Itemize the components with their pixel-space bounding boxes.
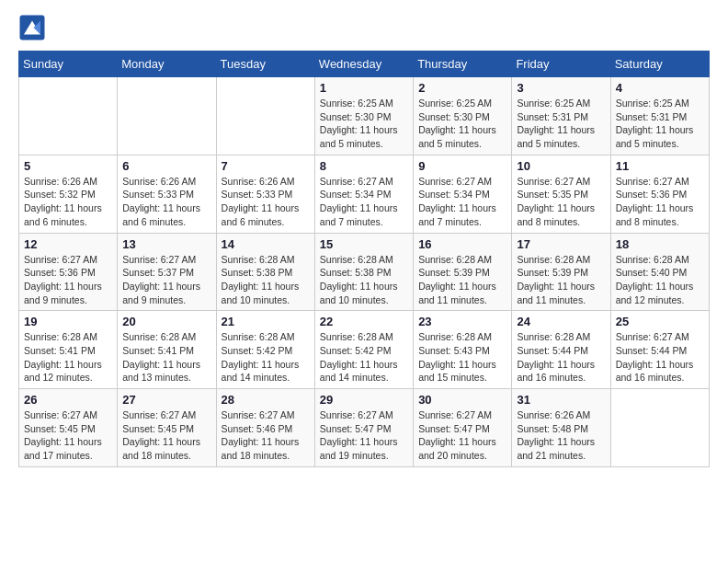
- weekday-header-tuesday: Tuesday: [216, 52, 314, 77]
- calendar-cell: [118, 77, 216, 155]
- calendar-cell: 9Sunrise: 6:27 AMSunset: 5:34 PMDaylight…: [414, 155, 512, 233]
- calendar-cell: 10Sunrise: 6:27 AMSunset: 5:35 PMDayligh…: [512, 155, 610, 233]
- calendar-cell: 30Sunrise: 6:27 AMSunset: 5:47 PMDayligh…: [414, 389, 512, 467]
- cell-info: Sunrise: 6:27 AMSunset: 5:47 PMDaylight:…: [320, 408, 408, 463]
- weekday-header-wednesday: Wednesday: [314, 52, 413, 77]
- day-number: 20: [122, 315, 210, 328]
- day-number: 6: [122, 159, 210, 173]
- logo-icon: [18, 14, 46, 41]
- day-number: 23: [418, 315, 506, 328]
- day-number: 17: [517, 237, 605, 251]
- calendar-cell: 26Sunrise: 6:27 AMSunset: 5:45 PMDayligh…: [19, 389, 118, 467]
- calendar-table: SundayMondayTuesdayWednesdayThursdayFrid…: [18, 51, 710, 467]
- day-number: 7: [222, 159, 310, 173]
- day-number: 10: [517, 159, 605, 173]
- weekday-header-sunday: Sunday: [19, 52, 118, 77]
- weekday-header-friday: Friday: [512, 52, 610, 77]
- day-number: 2: [418, 81, 506, 95]
- day-number: 19: [24, 315, 112, 328]
- calendar-cell: 2Sunrise: 6:25 AMSunset: 5:30 PMDaylight…: [414, 77, 512, 155]
- day-number: 24: [517, 315, 605, 328]
- cell-info: Sunrise: 6:28 AMSunset: 5:38 PMDaylight:…: [222, 253, 310, 307]
- calendar-cell: 29Sunrise: 6:27 AMSunset: 5:47 PMDayligh…: [314, 389, 413, 467]
- calendar-cell: 23Sunrise: 6:28 AMSunset: 5:43 PMDayligh…: [414, 311, 512, 389]
- cell-info: Sunrise: 6:27 AMSunset: 5:45 PMDaylight:…: [24, 408, 112, 463]
- day-number: 29: [320, 393, 408, 407]
- cell-info: Sunrise: 6:28 AMSunset: 5:41 PMDaylight:…: [122, 330, 210, 385]
- cell-info: Sunrise: 6:28 AMSunset: 5:39 PMDaylight:…: [517, 253, 605, 307]
- weekday-header-monday: Monday: [118, 52, 216, 77]
- calendar-cell: 8Sunrise: 6:27 AMSunset: 5:34 PMDaylight…: [314, 155, 413, 233]
- calendar-cell: 24Sunrise: 6:28 AMSunset: 5:44 PMDayligh…: [512, 311, 610, 389]
- cell-info: Sunrise: 6:25 AMSunset: 5:31 PMDaylight:…: [616, 97, 704, 151]
- cell-info: Sunrise: 6:25 AMSunset: 5:30 PMDaylight:…: [418, 97, 506, 151]
- calendar-cell: 20Sunrise: 6:28 AMSunset: 5:41 PMDayligh…: [118, 311, 216, 389]
- cell-info: Sunrise: 6:26 AMSunset: 5:32 PMDaylight:…: [24, 175, 112, 229]
- day-number: 14: [222, 237, 310, 251]
- cell-info: Sunrise: 6:27 AMSunset: 5:36 PMDaylight:…: [24, 253, 112, 307]
- cell-info: Sunrise: 6:27 AMSunset: 5:45 PMDaylight:…: [122, 408, 210, 463]
- cell-info: Sunrise: 6:27 AMSunset: 5:35 PMDaylight:…: [517, 175, 605, 229]
- day-number: 8: [320, 159, 408, 173]
- calendar-cell: 5Sunrise: 6:26 AMSunset: 5:32 PMDaylight…: [19, 155, 118, 233]
- cell-info: Sunrise: 6:27 AMSunset: 5:34 PMDaylight:…: [320, 175, 408, 229]
- day-number: 13: [122, 237, 210, 251]
- calendar-cell: 14Sunrise: 6:28 AMSunset: 5:38 PMDayligh…: [216, 233, 314, 311]
- cell-info: Sunrise: 6:28 AMSunset: 5:44 PMDaylight:…: [517, 330, 605, 385]
- calendar-cell: 17Sunrise: 6:28 AMSunset: 5:39 PMDayligh…: [512, 233, 610, 311]
- day-number: 5: [24, 159, 112, 173]
- cell-info: Sunrise: 6:25 AMSunset: 5:31 PMDaylight:…: [517, 97, 605, 151]
- day-number: 16: [418, 237, 506, 251]
- logo: [18, 14, 50, 41]
- calendar-cell: 18Sunrise: 6:28 AMSunset: 5:40 PMDayligh…: [610, 233, 709, 311]
- calendar-week-5: 26Sunrise: 6:27 AMSunset: 5:45 PMDayligh…: [19, 389, 710, 467]
- cell-info: Sunrise: 6:28 AMSunset: 5:40 PMDaylight:…: [616, 253, 704, 307]
- day-number: 26: [24, 393, 112, 407]
- calendar-cell: 3Sunrise: 6:25 AMSunset: 5:31 PMDaylight…: [512, 77, 610, 155]
- day-number: 25: [616, 315, 704, 328]
- cell-info: Sunrise: 6:27 AMSunset: 5:36 PMDaylight:…: [616, 175, 704, 229]
- weekday-header-saturday: Saturday: [610, 52, 709, 77]
- calendar-cell: 7Sunrise: 6:26 AMSunset: 5:33 PMDaylight…: [216, 155, 314, 233]
- calendar-cell: [19, 77, 118, 155]
- calendar-cell: 27Sunrise: 6:27 AMSunset: 5:45 PMDayligh…: [118, 389, 216, 467]
- cell-info: Sunrise: 6:28 AMSunset: 5:43 PMDaylight:…: [418, 330, 506, 385]
- calendar-week-3: 12Sunrise: 6:27 AMSunset: 5:36 PMDayligh…: [19, 233, 710, 311]
- day-number: 3: [517, 81, 605, 95]
- cell-info: Sunrise: 6:27 AMSunset: 5:37 PMDaylight:…: [122, 253, 210, 307]
- cell-info: Sunrise: 6:26 AMSunset: 5:33 PMDaylight:…: [122, 175, 210, 229]
- cell-info: Sunrise: 6:28 AMSunset: 5:42 PMDaylight:…: [222, 330, 310, 385]
- day-number: 15: [320, 237, 408, 251]
- calendar-cell: 12Sunrise: 6:27 AMSunset: 5:36 PMDayligh…: [19, 233, 118, 311]
- calendar-cell: 28Sunrise: 6:27 AMSunset: 5:46 PMDayligh…: [216, 389, 314, 467]
- calendar-cell: [610, 389, 709, 467]
- cell-info: Sunrise: 6:27 AMSunset: 5:46 PMDaylight:…: [222, 408, 310, 463]
- weekday-header-row: SundayMondayTuesdayWednesdayThursdayFrid…: [19, 52, 710, 77]
- calendar-week-1: 1Sunrise: 6:25 AMSunset: 5:30 PMDaylight…: [19, 77, 710, 155]
- day-number: 31: [517, 393, 605, 407]
- calendar-week-2: 5Sunrise: 6:26 AMSunset: 5:32 PMDaylight…: [19, 155, 710, 233]
- day-number: 27: [122, 393, 210, 407]
- calendar-cell: 21Sunrise: 6:28 AMSunset: 5:42 PMDayligh…: [216, 311, 314, 389]
- calendar-cell: [216, 77, 314, 155]
- day-number: 22: [320, 315, 408, 328]
- calendar-cell: 22Sunrise: 6:28 AMSunset: 5:42 PMDayligh…: [314, 311, 413, 389]
- cell-info: Sunrise: 6:28 AMSunset: 5:38 PMDaylight:…: [320, 253, 408, 307]
- cell-info: Sunrise: 6:26 AMSunset: 5:48 PMDaylight:…: [517, 408, 605, 463]
- calendar-cell: 25Sunrise: 6:27 AMSunset: 5:44 PMDayligh…: [610, 311, 709, 389]
- day-number: 28: [222, 393, 310, 407]
- day-number: 21: [222, 315, 310, 328]
- cell-info: Sunrise: 6:26 AMSunset: 5:33 PMDaylight:…: [222, 175, 310, 229]
- cell-info: Sunrise: 6:28 AMSunset: 5:42 PMDaylight:…: [320, 330, 408, 385]
- calendar-cell: 6Sunrise: 6:26 AMSunset: 5:33 PMDaylight…: [118, 155, 216, 233]
- calendar-cell: 1Sunrise: 6:25 AMSunset: 5:30 PMDaylight…: [314, 77, 413, 155]
- calendar-cell: 13Sunrise: 6:27 AMSunset: 5:37 PMDayligh…: [118, 233, 216, 311]
- cell-info: Sunrise: 6:27 AMSunset: 5:34 PMDaylight:…: [418, 175, 506, 229]
- calendar-body: 1Sunrise: 6:25 AMSunset: 5:30 PMDaylight…: [19, 77, 710, 467]
- day-number: 30: [418, 393, 506, 407]
- day-number: 12: [24, 237, 112, 251]
- calendar-cell: 31Sunrise: 6:26 AMSunset: 5:48 PMDayligh…: [512, 389, 610, 467]
- day-number: 4: [616, 81, 704, 95]
- calendar-cell: 16Sunrise: 6:28 AMSunset: 5:39 PMDayligh…: [414, 233, 512, 311]
- cell-info: Sunrise: 6:27 AMSunset: 5:47 PMDaylight:…: [418, 408, 506, 463]
